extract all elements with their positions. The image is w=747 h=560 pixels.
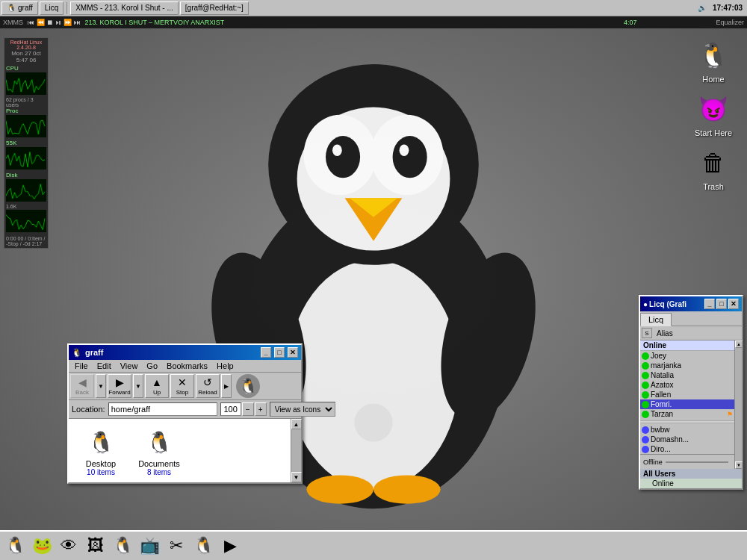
tray-icon-0[interactable]: 🐧 [3,534,27,558]
tray-icon-3[interactable]: 🖼 [84,534,108,558]
xmms-controls[interactable]: ⏮ ⏪ ⏹ ⏯ ⏩ ⏭ [28,19,81,26]
licq-scroll-thumb[interactable] [735,348,742,461]
file-manager-window: 🐧 graff _ □ ✕ File Edit View Go Bookmark… [67,343,303,484]
tray-icon-8[interactable]: ▶ [218,534,242,558]
start-here-icon: 😈 [695,91,731,127]
forward-button[interactable]: ▶ Forward [108,374,131,398]
taskbar-btn-terminal[interactable]: [graff@RedHat:~] [180,1,249,15]
licq-all-users[interactable]: All Users [640,469,742,479]
tray-icon-1[interactable]: 🐸 [30,534,54,558]
licq-scrollbar[interactable]: ▲ ▼ [734,340,742,469]
licq-user-tarzan[interactable]: Tarzan ⚑ [640,409,734,419]
location-input[interactable] [108,402,217,416]
file-manager-icon: 🐧 [72,348,82,358]
status-dot-tarzan [642,411,649,418]
licq-user-fallen[interactable]: Fallen [640,390,734,399]
licq-user-joey[interactable]: Joey [640,351,734,361]
licq-titlebar: ● Licq (Grafi _ □ ✕ [640,296,742,311]
tray-icon-2[interactable]: 👁 [57,534,81,558]
menu-help[interactable]: Help [212,361,238,371]
forward-icon: ▶ [116,376,124,388]
licq-user-azatox[interactable]: Azatox [640,380,734,390]
scroll-up-button[interactable]: ▲ [291,419,302,429]
licq-tool-1[interactable]: S [642,328,652,338]
zoom-plus-button[interactable]: + [255,402,267,416]
licq-online-filter[interactable]: Online [640,479,742,488]
minimize-button[interactable]: _ [261,347,271,358]
licq-scroll-up[interactable]: ▲ [735,340,743,348]
svg-point-1 [288,260,459,489]
taskbar-btn-licq[interactable]: Licq [40,1,63,15]
licq-tabs: Licq [640,311,742,326]
svg-point-16 [354,403,392,441]
home-icon: 🐧 [695,37,731,73]
tray-icon-6[interactable]: ✂ [164,534,188,558]
trash-icon: 🗑 [695,145,731,181]
xmms-eq[interactable]: Equalizer [716,19,744,26]
desktop-icon-trash[interactable]: 🗑 Trash [687,145,740,191]
clock: 17:47:03 [710,4,746,12]
folder-documents-icon: 🐧 [141,425,177,459]
status-dot-natalia [642,372,649,379]
file-manager-content: 🐧 Desktop 10 items 🐧 Documents 8 items ▲… [69,419,301,482]
cpu-graph [6,72,46,95]
back-button[interactable]: ◀ Back [70,374,94,398]
tray-icon-5[interactable]: 📺 [137,534,161,558]
zoom-input[interactable] [220,402,241,416]
licq-title: Licq (Grafi [649,300,703,308]
file-item-desktop[interactable]: 🐧 Desktop 10 items [75,425,127,476]
taskbar-btn-xmms[interactable]: XMMS - 213. Korol I Shut - ... [70,1,179,15]
tray-icon-4[interactable]: 🐧 [111,534,134,558]
licq-maximize-button[interactable]: □ [716,299,727,309]
status-dot-fomri [642,401,649,408]
menu-go[interactable]: Go [142,361,162,371]
back-arrow-button[interactable]: ▼ [96,374,106,398]
licq-user-domashn[interactable]: Domashn... [640,435,734,444]
licq-minimize-button[interactable]: _ [704,299,715,309]
up-button[interactable]: ▲ Up [145,374,169,398]
licq-user-fomri[interactable]: Fomri. [640,399,734,409]
licq-online-group[interactable]: Online [640,340,734,351]
maximize-button[interactable]: □ [274,347,285,358]
file-manager-scrollbar[interactable]: ▲ ▼ [291,419,301,482]
tarzan-flag: ⚑ [727,411,733,418]
status-dot-joey [642,352,649,360]
licq-toolbar: S Alias [640,326,742,340]
menu-edit[interactable]: Edit [93,361,116,371]
offline-section: Offline [640,454,734,469]
licq-scroll-down[interactable]: ▼ [735,461,743,469]
sysmon-title: RedHat Linux 2.4.20-8 Mon 27 0ct 5:47 06 [6,40,46,63]
reload-icon: ↺ [203,376,212,388]
svg-point-7 [393,136,427,178]
licq-user-bwbw[interactable]: bwbw [640,425,734,435]
zoom-minus-button[interactable]: − [242,402,254,416]
licq-user-diro[interactable]: Diro... [640,444,734,454]
svg-point-9 [400,145,409,156]
svg-point-6 [326,136,360,178]
forward-arrow-button[interactable]: ▼ [133,374,143,398]
licq-tab[interactable]: Licq [640,313,672,326]
close-button[interactable]: ✕ [288,347,298,358]
reload-button[interactable]: ↺ Reload [196,374,220,398]
view-mode-select[interactable]: View as Icons [270,402,335,417]
menu-bookmarks[interactable]: Bookmarks [162,361,212,371]
tray-icon-7[interactable]: 🐧 [191,534,215,558]
file-item-documents[interactable]: 🐧 Documents 8 items [133,425,185,476]
licq-title-icon: ● [643,300,648,308]
svg-point-14 [306,475,374,503]
stop-button[interactable]: ✕ Stop [170,374,194,398]
licq-alias-header: Alias [654,329,676,337]
graff-icon: 🐧 [7,4,16,12]
file-manager-menubar: File Edit View Go Bookmarks Help [69,360,301,373]
licq-user-marjanka[interactable]: marjanka [640,361,734,370]
scroll-down-button[interactable]: ▼ [291,472,302,482]
desktop-icon-home[interactable]: 🐧 Home [687,37,740,84]
nav-arrow-button[interactable]: ▶ [221,374,232,398]
licq-user-natalia[interactable]: Natalia [640,370,734,380]
menu-view[interactable]: View [116,361,143,371]
desktop-icon-start[interactable]: 😈 Start Here [687,91,740,137]
licq-close-button[interactable]: ✕ [728,299,739,309]
menu-file[interactable]: File [70,361,93,371]
taskbar-btn-graff[interactable]: 🐧 graff [1,1,38,15]
scroll-track[interactable] [291,429,301,472]
